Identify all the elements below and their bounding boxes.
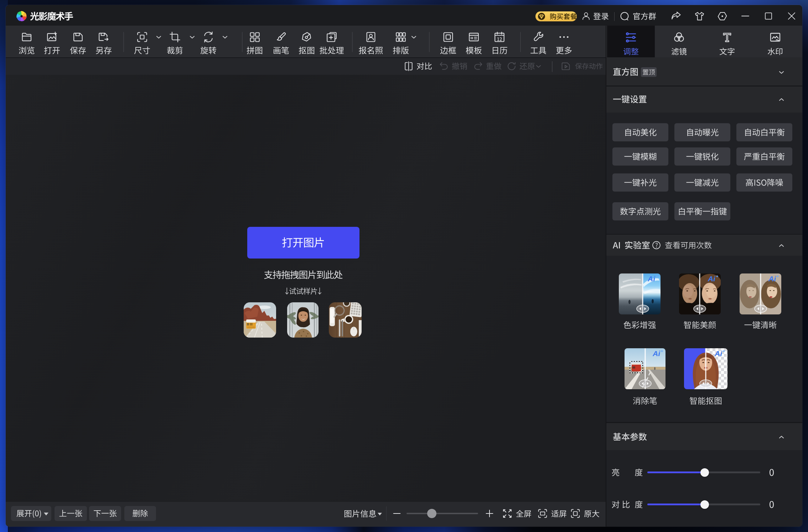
svg-text:Ai: Ai: [652, 349, 661, 358]
svg-text:Ai: Ai: [714, 349, 722, 358]
svg-text:Ai: Ai: [647, 275, 656, 283]
svg-text:Ai: Ai: [768, 275, 776, 283]
svg-text:Ai: Ai: [708, 275, 716, 283]
